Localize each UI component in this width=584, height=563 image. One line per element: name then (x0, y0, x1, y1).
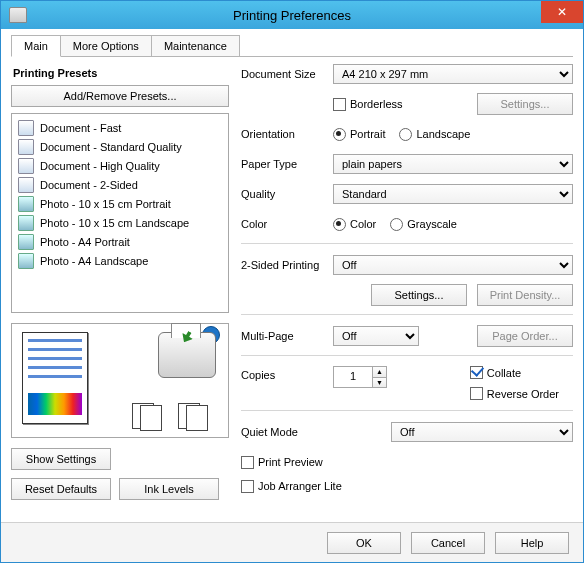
borderless-settings-button[interactable]: Settings... (477, 93, 573, 115)
document-icon (18, 177, 34, 193)
color-radio[interactable]: Color (333, 218, 376, 231)
page-stack-icon (178, 403, 212, 431)
preview-pane (11, 323, 229, 438)
multi-page-label: Multi-Page (241, 330, 333, 342)
tab-main[interactable]: Main (11, 35, 61, 57)
quiet-mode-select[interactable]: Off (391, 422, 573, 442)
grayscale-radio[interactable]: Grayscale (390, 218, 457, 231)
ink-levels-button[interactable]: Ink Levels (119, 478, 219, 500)
print-preview-checkbox[interactable]: Print Preview (241, 456, 323, 469)
preset-label: Photo - 10 x 15 cm Portrait (40, 198, 171, 210)
document-icon (18, 139, 34, 155)
printer-icon (9, 7, 27, 23)
document-icon (18, 120, 34, 136)
paper-type-select[interactable]: plain papers (333, 154, 573, 174)
two-sided-settings-button[interactable]: Settings... (371, 284, 467, 306)
preset-label: Document - Standard Quality (40, 141, 182, 153)
borderless-checkbox[interactable]: Borderless (333, 98, 403, 111)
photo-icon (18, 196, 34, 212)
reverse-order-checkbox[interactable]: Reverse Order (470, 387, 559, 400)
preset-item[interactable]: Document - 2-Sided (16, 175, 224, 194)
copies-label: Copies (241, 366, 333, 381)
copies-value: 1 (334, 367, 372, 387)
document-size-select[interactable]: A4 210 x 297 mm (333, 64, 573, 84)
orientation-portrait-radio[interactable]: Portrait (333, 128, 385, 141)
multi-page-select[interactable]: Off (333, 326, 419, 346)
preset-item[interactable]: Document - Standard Quality (16, 137, 224, 156)
print-density-button[interactable]: Print Density... (477, 284, 573, 306)
help-button[interactable]: Help (495, 532, 569, 554)
window-title: Printing Preferences (1, 8, 583, 23)
tab-more-options[interactable]: More Options (60, 35, 152, 56)
preset-item[interactable]: Photo - A4 Landscape (16, 251, 224, 270)
orientation-landscape-radio[interactable]: Landscape (399, 128, 470, 141)
preset-item[interactable]: Document - High Quality (16, 156, 224, 175)
printer-illustration-icon (158, 332, 216, 378)
preset-label: Document - Fast (40, 122, 121, 134)
reset-defaults-button[interactable]: Reset Defaults (11, 478, 111, 500)
two-sided-select[interactable]: Off (333, 255, 573, 275)
document-size-label: Document Size (241, 68, 333, 80)
document-icon (18, 158, 34, 174)
show-settings-button[interactable]: Show Settings (11, 448, 111, 470)
copies-spinner[interactable]: 1 ▲▼ (333, 366, 387, 388)
titlebar: Printing Preferences ✕ (1, 1, 583, 29)
quality-label: Quality (241, 188, 333, 200)
preset-label: Photo - 10 x 15 cm Landscape (40, 217, 189, 229)
color-label: Color (241, 218, 333, 230)
page-preview-icon (22, 332, 88, 424)
photo-icon (18, 253, 34, 269)
preset-item[interactable]: Photo - 10 x 15 cm Landscape (16, 213, 224, 232)
borderless-label: Borderless (350, 98, 403, 110)
add-remove-presets-button[interactable]: Add/Remove Presets... (11, 85, 229, 107)
close-button[interactable]: ✕ (541, 1, 583, 23)
printing-presets-title: Printing Presets (13, 67, 229, 79)
ok-button[interactable]: OK (327, 532, 401, 554)
preset-label: Photo - A4 Landscape (40, 255, 148, 267)
quiet-mode-label: Quiet Mode (241, 426, 391, 438)
preset-label: Photo - A4 Portrait (40, 236, 130, 248)
cancel-button[interactable]: Cancel (411, 532, 485, 554)
tab-maintenance[interactable]: Maintenance (151, 35, 240, 56)
preset-label: Document - 2-Sided (40, 179, 138, 191)
printing-preferences-window: Printing Preferences ✕ Main More Options… (0, 0, 584, 563)
tab-strip: Main More Options Maintenance (11, 35, 573, 57)
orientation-label: Orientation (241, 128, 333, 140)
preset-item[interactable]: Photo - A4 Portrait (16, 232, 224, 251)
page-order-button[interactable]: Page Order... (477, 325, 573, 347)
quality-select[interactable]: Standard (333, 184, 573, 204)
preset-label: Document - High Quality (40, 160, 160, 172)
dialog-footer: OK Cancel Help (1, 522, 583, 562)
preset-item[interactable]: Document - Fast (16, 118, 224, 137)
page-stack-icon (132, 403, 166, 431)
photo-icon (18, 215, 34, 231)
photo-icon (18, 234, 34, 250)
preset-list: Document - Fast Document - Standard Qual… (11, 113, 229, 313)
job-arranger-checkbox[interactable]: Job Arranger Lite (241, 480, 342, 493)
preset-item[interactable]: Photo - 10 x 15 cm Portrait (16, 194, 224, 213)
two-sided-label: 2-Sided Printing (241, 259, 333, 271)
spin-up-icon[interactable]: ▲ (372, 367, 386, 378)
spin-down-icon[interactable]: ▼ (372, 378, 386, 388)
paper-type-label: Paper Type (241, 158, 333, 170)
collate-checkbox[interactable]: Collate (470, 366, 521, 379)
